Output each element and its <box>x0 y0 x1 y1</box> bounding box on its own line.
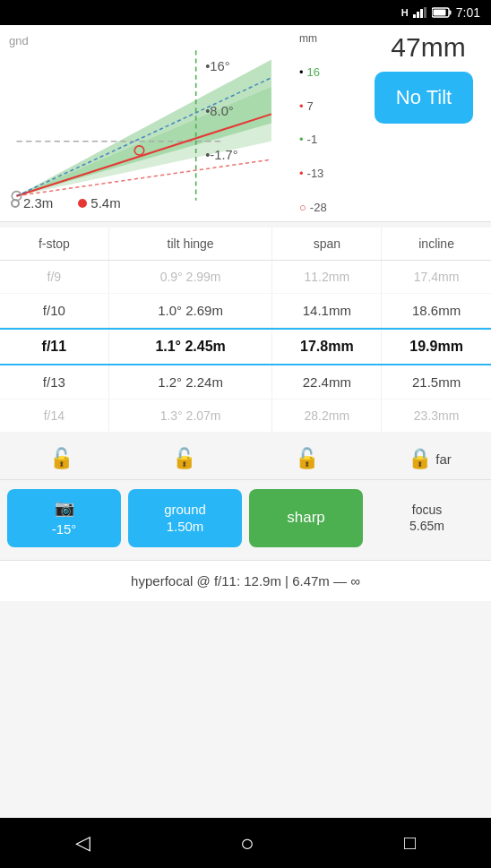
focal-length: 47mm <box>366 32 491 63</box>
focus-value: 5.65m <box>409 518 444 534</box>
cell-incline-3: 21.5mm <box>382 365 491 399</box>
cell-span-3: 22.4mm <box>272 365 382 399</box>
lock-cell-1[interactable]: 🔓 <box>123 447 246 470</box>
mm-item-7: • 7 <box>299 99 366 113</box>
table-row-active[interactable]: f/11 1.1° 2.45m 17.8mm 19.9mm <box>0 328 491 365</box>
cell-span-4: 28.2mm <box>272 400 382 432</box>
mm-scale: mm • 16 • 7 • -1 • -13 <box>294 25 366 221</box>
cell-fstop-4: f/14 <box>0 400 109 432</box>
far-label: far <box>435 451 452 467</box>
far-distance: 5.4m <box>90 195 120 211</box>
camera-icon: 📷 <box>55 498 74 519</box>
status-time: 7:01 <box>456 5 480 20</box>
sharp-label: sharp <box>287 508 325 528</box>
diagram-container: gnd <box>0 25 294 221</box>
cell-tilt-4: 1.3° 2.07m <box>109 400 273 432</box>
mm-item-neg13: • -13 <box>299 167 366 180</box>
table-row[interactable]: f/13 1.2° 2.24m 22.4mm 21.5mm <box>0 365 491 400</box>
mm-item-neg28: ○ -28 <box>299 201 366 214</box>
near-circle <box>11 199 20 208</box>
distance-far: 5.4m <box>78 195 120 211</box>
status-icons: H 7:01 <box>401 5 480 20</box>
mm-label: mm <box>299 32 366 45</box>
focus-button[interactable]: focus 5.65m <box>370 489 484 547</box>
signal-icon: H <box>401 7 409 18</box>
mm-value-neg1: -1 <box>307 133 318 146</box>
camera-angle: -15° <box>52 520 77 538</box>
table-row[interactable]: f/10 1.0° 2.69m 14.1mm 18.6mm <box>0 294 491 328</box>
table-header: f-stop tilt hinge span incline <box>0 228 491 261</box>
cell-span-2: 17.8mm <box>272 330 382 364</box>
svg-text:•16°: •16° <box>205 59 229 73</box>
cell-tilt-1: 1.0° 2.69m <box>109 294 273 327</box>
svg-rect-3 <box>424 7 426 18</box>
svg-text:•-1.7°: •-1.7° <box>205 148 237 162</box>
svg-text:•8.0°: •8.0° <box>205 105 234 119</box>
signal-bars-icon <box>413 7 427 18</box>
right-panel: mm • 16 • 7 • -1 • -13 <box>294 25 491 221</box>
header-tilt: tilt hinge <box>109 228 273 260</box>
cell-span-0: 11.2mm <box>272 261 382 293</box>
cell-incline-2: 19.9mm <box>382 330 491 364</box>
svg-rect-1 <box>417 12 419 18</box>
lock-icon-3: 🔒 <box>408 447 432 470</box>
far-circle <box>78 199 87 208</box>
cell-fstop-3: f/13 <box>0 365 109 399</box>
back-button[interactable]: ◁ <box>75 831 90 855</box>
ground-button[interactable]: ground 1.50m <box>128 489 242 547</box>
diagram-svg: •16° •8.0° •-1.7° <box>7 32 290 214</box>
no-tilt-button[interactable]: No Tilt <box>375 72 473 124</box>
focus-label: focus <box>412 502 442 518</box>
near-distance: 2.3m <box>23 195 53 211</box>
cell-span-1: 14.1mm <box>272 294 382 327</box>
nav-bar: ◁ ○ □ <box>0 818 491 868</box>
mm-value-7: 7 <box>307 99 314 113</box>
table-row[interactable]: f/9 0.9° 2.99m 11.2mm 17.4mm <box>0 261 491 294</box>
status-bar: H 7:01 <box>0 0 491 25</box>
cell-incline-1: 18.6mm <box>382 294 491 327</box>
ground-label: ground <box>164 501 206 519</box>
lock-cell-2[interactable]: 🔓 <box>246 447 368 470</box>
focal-notilt-area: 47mm No Tilt <box>366 25 491 221</box>
lock-icon-0: 🔓 <box>49 447 73 470</box>
lock-cell-0[interactable]: 🔓 <box>0 447 123 470</box>
distance-row: 2.3m 5.4m <box>4 192 128 218</box>
hyperfocal-text: hyperfocal @ f/11: 12.9m | 6.47m — ∞ <box>131 573 360 589</box>
mm-item-16: • 16 <box>299 65 366 79</box>
home-button[interactable]: ○ <box>240 829 254 857</box>
cell-tilt-0: 0.9° 2.99m <box>109 261 273 293</box>
table-rows: f/9 0.9° 2.99m 11.2mm 17.4mm f/10 1.0° 2… <box>0 261 491 433</box>
cell-tilt-3: 1.2° 2.24m <box>109 365 273 399</box>
header-fstop: f-stop <box>0 228 109 260</box>
lock-cell-3[interactable]: 🔒 far <box>368 447 491 470</box>
cell-incline-4: 23.3mm <box>382 400 491 432</box>
battery-icon <box>432 7 452 18</box>
bottom-controls: 📷 -15° ground 1.50m sharp focus 5.65m <box>0 482 491 554</box>
svg-rect-0 <box>413 14 416 18</box>
cell-fstop-2: f/11 <box>0 330 109 364</box>
camera-button[interactable]: 📷 -15° <box>7 489 121 547</box>
cell-fstop-1: f/10 <box>0 294 109 327</box>
gnd-label: gnd <box>9 34 29 47</box>
ground-value: 1.50m <box>167 518 204 536</box>
lock-row: 🔓 🔓 🔓 🔒 far <box>0 438 491 480</box>
cell-tilt-2: 1.1° 2.45m <box>109 330 273 364</box>
lock-icon-1: 🔓 <box>172 447 196 470</box>
main-content: gnd <box>0 25 491 818</box>
svg-marker-9 <box>17 59 271 195</box>
header-span: span <box>272 228 382 260</box>
sharp-button[interactable]: sharp <box>249 489 363 547</box>
mm-value-16: 16 <box>307 65 320 79</box>
svg-rect-6 <box>433 10 445 16</box>
lock-icon-2: 🔓 <box>295 447 319 470</box>
mm-value-neg13: -13 <box>307 167 324 180</box>
cell-incline-0: 17.4mm <box>382 261 491 293</box>
table-row[interactable]: f/14 1.3° 2.07m 28.2mm 23.3mm <box>0 400 491 433</box>
distance-near: 2.3m <box>11 195 53 211</box>
svg-rect-5 <box>449 11 451 15</box>
header-incline: incline <box>382 228 491 260</box>
hyperfocal-bar: hyperfocal @ f/11: 12.9m | 6.47m — ∞ <box>0 560 491 601</box>
mm-item-neg1: • -1 <box>299 133 366 146</box>
svg-rect-2 <box>420 9 423 18</box>
recent-button[interactable]: □ <box>404 831 416 855</box>
